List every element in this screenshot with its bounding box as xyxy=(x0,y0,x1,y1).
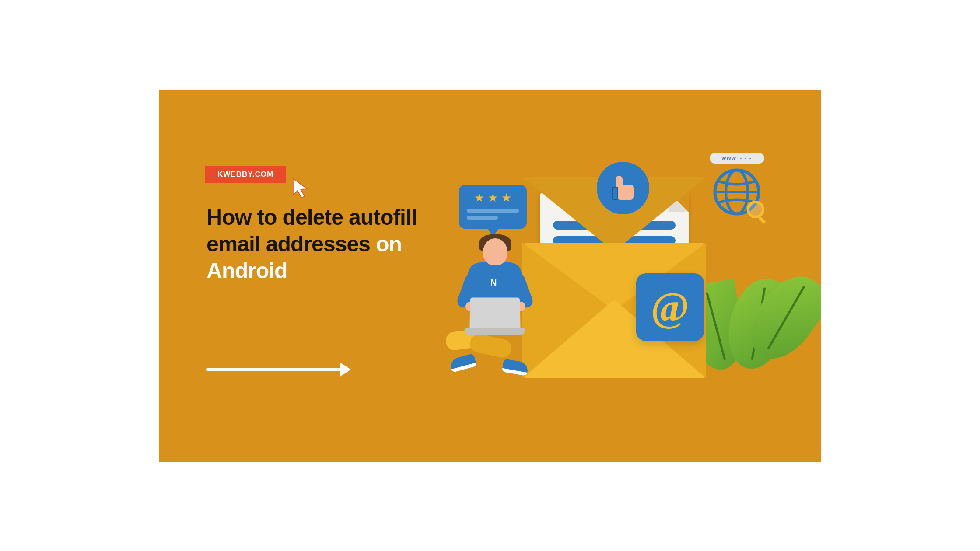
shoe xyxy=(449,353,477,373)
hero-illustration: ★ ★ ★ @ WWW • • • xyxy=(439,146,798,409)
person-with-laptop: N xyxy=(441,234,546,383)
shoe xyxy=(502,359,529,376)
shirt-letter: N xyxy=(490,278,497,288)
leg xyxy=(469,332,513,359)
magnifier-icon xyxy=(747,201,764,218)
www-label: WWW xyxy=(721,156,736,161)
dots-icon: • • • xyxy=(740,156,752,161)
text-line-icon xyxy=(467,216,498,220)
globe-icon xyxy=(713,168,761,216)
head xyxy=(483,238,508,265)
arrow-right-icon xyxy=(206,363,351,376)
at-sign-badge: @ xyxy=(636,273,704,341)
svg-marker-0 xyxy=(293,179,307,198)
laptop-base xyxy=(466,328,525,335)
brand-badge: KWEBBY.COM xyxy=(205,166,286,183)
arrow-line xyxy=(206,368,342,371)
star-icon: ★ xyxy=(474,191,484,205)
brand-label: KWEBBY.COM xyxy=(217,170,273,178)
text-line-icon xyxy=(467,209,519,213)
page-headline: How to delete autofill email addresses o… xyxy=(206,204,421,284)
banner-canvas: KWEBBY.COM How to delete autofill email … xyxy=(159,90,821,462)
star-icon: ★ xyxy=(488,191,498,205)
laptop-icon xyxy=(469,297,520,330)
at-sign-icon: @ xyxy=(651,283,689,331)
review-bubble: ★ ★ ★ xyxy=(459,185,527,229)
star-icon: ★ xyxy=(501,191,511,205)
globe-www-group: WWW • • • xyxy=(706,153,767,227)
thumbs-up-icon xyxy=(612,176,634,200)
star-rating: ★ ★ ★ xyxy=(467,191,519,205)
arrow-head xyxy=(340,362,351,377)
thumbs-up-badge xyxy=(597,162,649,214)
url-bar: WWW • • • xyxy=(710,153,764,164)
